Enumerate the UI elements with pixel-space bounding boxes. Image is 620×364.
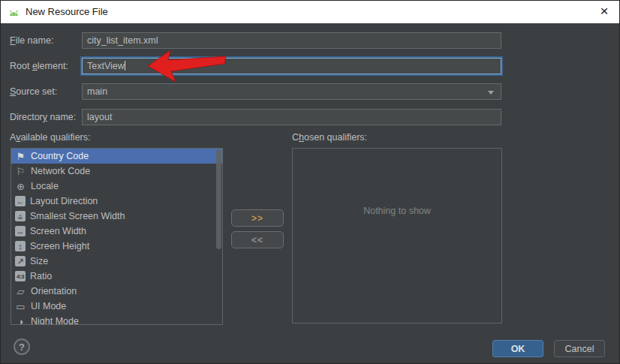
qualifier-label: Layout Direction xyxy=(30,196,98,206)
orientation-icon: ▱ xyxy=(15,286,26,297)
qualifier-label: Size xyxy=(30,256,48,266)
width-arrow-icon: ↔ xyxy=(15,226,26,236)
qualifier-item-screen-height[interactable]: ↕ Screen Height xyxy=(11,239,222,254)
ok-button[interactable]: OK xyxy=(492,340,543,357)
left-arrow-icon: ← xyxy=(15,196,26,206)
qualifier-label: Orientation xyxy=(31,286,77,296)
source-set-dropdown[interactable]: main xyxy=(82,83,501,100)
root-element-input[interactable]: TextView xyxy=(82,58,501,74)
available-qualifiers-label: Available qualifiers: xyxy=(10,131,90,143)
move-left-button[interactable]: << xyxy=(231,231,284,248)
flag-globe-icon: ⚑ xyxy=(15,151,26,162)
directory-name-input[interactable]: layout xyxy=(82,109,501,125)
source-set-label: Source set: xyxy=(10,83,57,100)
title-bar: New Resource File × xyxy=(1,1,619,23)
qualifier-item-locale[interactable]: ⊕ Locale xyxy=(11,179,222,194)
root-element-label: Root element: xyxy=(10,58,68,74)
qualifier-label: Smallest Screen Width xyxy=(30,211,125,221)
help-button[interactable]: ? xyxy=(14,338,30,355)
qualifier-label: Ratio xyxy=(30,271,52,281)
qualifier-label: Screen Height xyxy=(30,241,89,251)
qualifier-item-screen-width[interactable]: ↔ Screen Width xyxy=(11,224,222,239)
chosen-qualifiers-panel[interactable]: Nothing to show xyxy=(292,148,502,323)
empty-state-text: Nothing to show xyxy=(293,206,501,216)
qualifier-item-smallest-screen-width[interactable]: ↔↕ Smallest Screen Width xyxy=(11,209,222,224)
height-arrow-icon: ↕ xyxy=(15,241,26,251)
chevron-down-icon xyxy=(488,91,494,95)
qualifier-label: Night Mode xyxy=(31,316,79,325)
android-icon xyxy=(8,6,20,18)
qualifier-label: Network Code xyxy=(31,166,90,176)
ui-mode-icon: ▭ xyxy=(15,301,26,312)
new-resource-file-dialog: New Resource File × File name: city_list… xyxy=(0,0,620,364)
expand-arrows-icon: ↔↕ xyxy=(15,211,26,221)
file-name-label: File name: xyxy=(10,32,53,49)
diagonal-arrow-icon: ↗ xyxy=(15,256,26,266)
qualifier-label: Country Code xyxy=(31,151,89,161)
qualifier-label: Locale xyxy=(31,181,59,191)
chosen-qualifiers-label: Chosen qualifiers: xyxy=(292,131,367,143)
scrollbar-thumb[interactable] xyxy=(216,149,221,249)
qualifier-item-ratio[interactable]: 4:3 Ratio xyxy=(11,269,222,284)
qualifier-item-country-code[interactable]: ⚑ Country Code xyxy=(11,149,222,164)
qualifier-label: UI Mode xyxy=(31,301,66,311)
qualifier-item-layout-direction[interactable]: ← Layout Direction xyxy=(11,194,222,209)
qualifier-item-ui-mode[interactable]: ▭ UI Mode xyxy=(11,299,222,314)
qualifier-item-network-code[interactable]: ⚐ Network Code xyxy=(11,164,222,179)
available-qualifiers-list[interactable]: ⚑ Country Code ⚐ Network Code ⊕ Locale ←… xyxy=(11,148,223,325)
text-caret xyxy=(125,61,125,71)
flag-signal-icon: ⚐ xyxy=(15,166,26,177)
qualifier-item-size[interactable]: ↗ Size xyxy=(11,254,222,269)
qualifier-item-orientation[interactable]: ▱ Orientation xyxy=(11,284,222,299)
dialog-title: New Resource File xyxy=(26,1,108,23)
globe-icon: ⊕ xyxy=(15,181,26,192)
move-right-button[interactable]: >> xyxy=(231,209,284,227)
qualifier-label: Screen Width xyxy=(30,226,86,236)
qualifier-item-night-mode[interactable]: ◑ Night Mode xyxy=(11,314,222,325)
close-icon[interactable]: × xyxy=(592,1,616,23)
directory-name-label: Directory name: xyxy=(10,109,76,125)
file-name-input[interactable]: city_list_item.xml xyxy=(82,32,501,49)
cancel-button[interactable]: Cancel xyxy=(554,340,605,357)
ratio-icon: 4:3 xyxy=(15,271,26,281)
night-mode-icon: ◑ xyxy=(15,316,26,326)
